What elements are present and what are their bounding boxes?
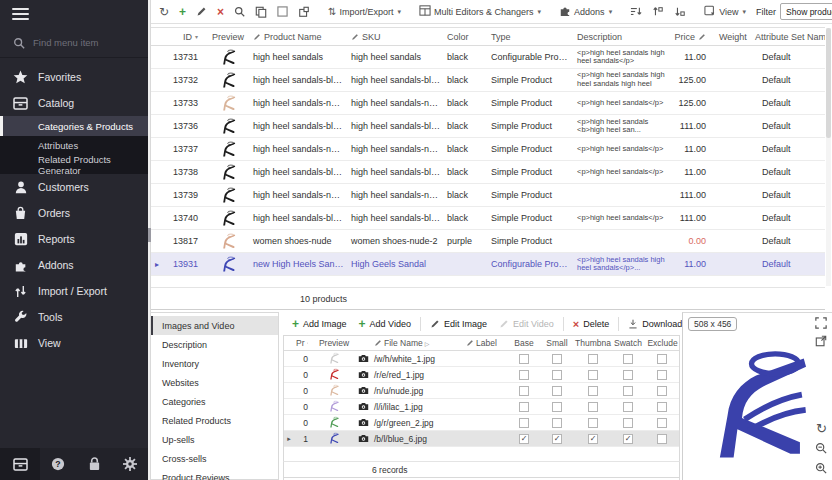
import-export-button[interactable]: ⇅ Import/Export▾	[325, 5, 404, 19]
checkbox[interactable]	[657, 418, 667, 428]
tab-websites[interactable]: Websites	[150, 373, 278, 392]
col-file-name[interactable]: File Name ▷	[372, 338, 464, 348]
zoom-out-icon[interactable]	[815, 442, 827, 456]
refresh-button[interactable]: ↻	[156, 5, 172, 19]
sidebar-item-orders[interactable]: Orders	[0, 200, 148, 226]
checkbox[interactable]	[519, 418, 529, 428]
expand-all-button[interactable]	[649, 4, 667, 19]
tab-images-and-video[interactable]: Images and Video	[150, 316, 278, 335]
product-row[interactable]: ▸13931new High Heels SandalsHigh Geels S…	[150, 253, 825, 276]
col-thumbnail[interactable]: Thumbna	[574, 338, 612, 348]
col-img-preview[interactable]: Preview	[314, 338, 354, 348]
tab-description[interactable]: Description	[150, 335, 278, 354]
checkbox[interactable]	[623, 354, 633, 364]
sidebar-item-tools[interactable]: Tools	[0, 304, 148, 330]
tab-cross-sells[interactable]: Cross-sells	[150, 449, 278, 468]
col-swatch[interactable]: Swatch	[612, 338, 644, 348]
product-row[interactable]: 13731high heel sandalshigh heel sandalsb…	[150, 46, 825, 69]
checkbox[interactable]	[588, 402, 598, 412]
addons-button[interactable]: Addons▾	[556, 3, 615, 20]
add-image-button[interactable]: +Add Image	[287, 315, 352, 333]
edit-product-button[interactable]	[193, 4, 210, 19]
checkbox[interactable]: ✓	[623, 434, 633, 444]
col-exclude[interactable]: Exclude	[644, 338, 679, 348]
fullscreen-icon[interactable]	[815, 317, 827, 331]
sidebar-item-view[interactable]: View	[0, 330, 148, 356]
col-label[interactable]: Label	[464, 338, 508, 348]
checkbox[interactable]	[519, 402, 529, 412]
sidebar-item-import-export[interactable]: Import / Export	[0, 278, 148, 304]
col-price[interactable]: Price	[668, 32, 716, 42]
checkbox[interactable]	[588, 418, 598, 428]
sidebar-item-related-products-generator[interactable]: Related Products Generator	[0, 155, 148, 174]
add-product-button[interactable]: +	[176, 5, 189, 19]
sidebar-item-categories-products[interactable]: Categories & Products	[0, 116, 148, 136]
product-row[interactable]: 13817women shoes-nudewomen shoes-nude-2p…	[150, 230, 825, 253]
col-preview[interactable]: Preview	[206, 32, 250, 42]
delete-product-button[interactable]: ×	[214, 5, 227, 19]
add-video-button[interactable]: +Add Video	[354, 315, 416, 333]
tab-related-products[interactable]: Related Products	[150, 411, 278, 430]
checkbox[interactable]	[588, 386, 598, 396]
checkbox[interactable]	[657, 434, 667, 444]
col-product-name[interactable]: Product Name	[250, 32, 348, 42]
product-row[interactable]: 13738high heel sandals-black-37high heel…	[150, 161, 825, 184]
checkbox[interactable]	[623, 418, 633, 428]
product-row[interactable]: 13732high heel sandals-blackhigh heel sa…	[150, 69, 825, 92]
checkbox[interactable]	[519, 386, 529, 396]
edit-image-button[interactable]: Edit Image	[425, 317, 492, 331]
sidebar-item-attributes[interactable]: Attributes	[0, 136, 148, 155]
help-icon[interactable]: ?	[40, 457, 76, 471]
checkbox[interactable]	[552, 418, 562, 428]
rotate-icon[interactable]: ↻	[816, 421, 827, 436]
settings-icon[interactable]	[112, 457, 148, 471]
sidebar-item-reports[interactable]: Reports	[0, 226, 148, 252]
checkbox[interactable]	[657, 402, 667, 412]
menu-hamburger-icon[interactable]	[12, 5, 29, 23]
col-id[interactable]: ID ▾	[164, 32, 206, 42]
checkbox[interactable]	[552, 370, 562, 380]
view-button[interactable]: View▾	[701, 3, 749, 20]
checkbox[interactable]	[588, 354, 598, 364]
product-row[interactable]: 13739high heel sandals-nude-37high heel …	[150, 184, 825, 207]
image-row[interactable]: 0/r/e/red_1.jpg	[284, 367, 679, 383]
checkbox[interactable]	[657, 354, 667, 364]
col-base[interactable]: Base	[508, 338, 540, 348]
product-row[interactable]: 13737high heel sandals-nude-36high heel …	[150, 138, 825, 161]
checkbox[interactable]	[657, 370, 667, 380]
sidebar-item-addons[interactable]: Addons	[0, 252, 148, 278]
checkbox[interactable]	[588, 370, 598, 380]
products-scrollbar[interactable]	[826, 28, 831, 286]
product-row[interactable]: 13733high heel sandals-nudehigh heel san…	[150, 92, 825, 115]
tab-categories[interactable]: Categories	[150, 392, 278, 411]
checkbox[interactable]: ✓	[519, 434, 529, 444]
delete-image-button[interactable]: ×Delete	[568, 316, 614, 332]
sidebar-splitter[interactable]	[148, 0, 151, 480]
multi-editors-button[interactable]: Multi Editors & Changers▾	[416, 3, 544, 20]
open-external-icon[interactable]	[815, 335, 827, 349]
checkbox[interactable]	[623, 370, 633, 380]
checkbox[interactable]	[657, 386, 667, 396]
checkbox[interactable]: ✓	[588, 434, 598, 444]
tab-up-sells[interactable]: Up-sells	[150, 430, 278, 449]
product-row[interactable]: 13740high heel sandals-black-38high heel…	[150, 207, 825, 230]
sidebar-search[interactable]: Find menu item	[0, 28, 148, 58]
image-row[interactable]: 0/w/h/white_1.jpg	[284, 351, 679, 367]
lock-icon[interactable]	[76, 457, 112, 471]
category-filter-select[interactable]: Show products from selected categories▾	[780, 3, 832, 20]
image-row[interactable]: 0/g/r/green_2.jpg	[284, 415, 679, 431]
sidebar-item-catalog[interactable]: Catalog	[0, 90, 148, 116]
checkbox[interactable]	[552, 402, 562, 412]
tab-inventory[interactable]: Inventory	[150, 354, 278, 373]
copy-button[interactable]	[252, 4, 270, 20]
col-sku[interactable]: SKU	[348, 32, 444, 42]
product-row[interactable]: 13736high heel sandals-black-36high heel…	[150, 115, 825, 138]
image-row[interactable]: 0/n/u/nude.jpg	[284, 383, 679, 399]
checkbox[interactable]	[552, 386, 562, 396]
sidebar-item-favorites[interactable]: Favorites	[0, 64, 148, 90]
checkbox[interactable]	[623, 386, 633, 396]
col-description[interactable]: Description	[574, 32, 668, 42]
store-icon[interactable]	[0, 448, 40, 480]
col-attribute-set[interactable]: Attribute Set Name	[752, 32, 825, 42]
col-type[interactable]: Type	[488, 32, 574, 42]
